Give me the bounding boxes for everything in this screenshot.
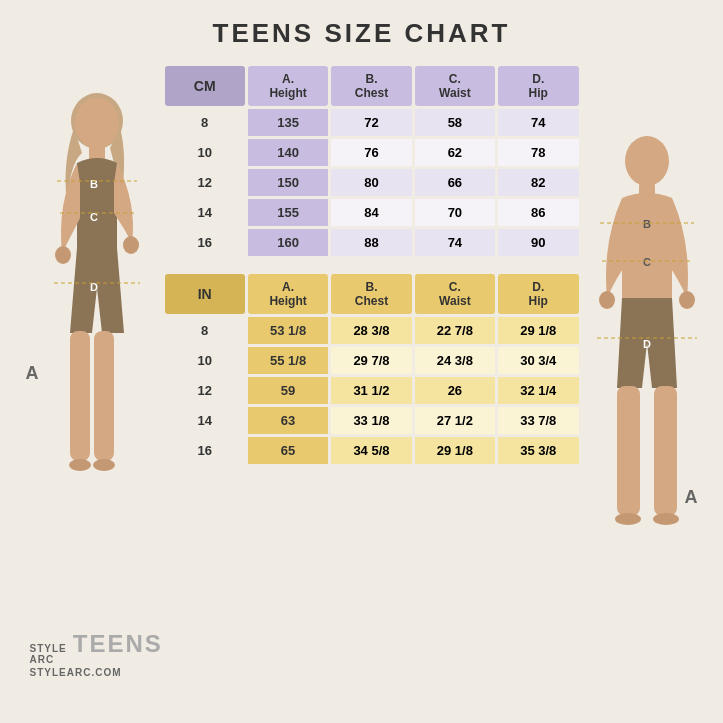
height-cell: 150 xyxy=(248,169,328,196)
boy-figure: B C D xyxy=(592,123,702,683)
in-header-height: A.Height xyxy=(248,274,328,314)
waist-cell: 26 xyxy=(415,377,495,404)
cm-header-hip: D.Hip xyxy=(498,66,578,106)
in-header-hip: D.Hip xyxy=(498,274,578,314)
height-cell: 135 xyxy=(248,109,328,136)
svg-point-15 xyxy=(625,136,669,186)
brand-teens-label: TEENS xyxy=(73,630,163,658)
content-area: A B C D xyxy=(22,63,702,683)
svg-text:B: B xyxy=(643,218,651,230)
table-row: 14 63 33 1/8 27 1/2 33 7/8 xyxy=(165,407,579,434)
table-row: 10 55 1/8 29 7/8 24 3/8 30 3/4 xyxy=(165,347,579,374)
cm-header-chest: B.Chest xyxy=(331,66,411,106)
size-cell: 16 xyxy=(165,229,245,256)
table-row: 8 135 72 58 74 xyxy=(165,109,579,136)
chest-cell: 31 1/2 xyxy=(331,377,411,404)
chest-cell: 33 1/8 xyxy=(331,407,411,434)
cm-header-waist: C.Waist xyxy=(415,66,495,106)
in-unit-header: IN xyxy=(165,274,245,314)
svg-rect-20 xyxy=(617,386,640,516)
hip-cell: 32 1/4 xyxy=(498,377,578,404)
size-cell: 14 xyxy=(165,199,245,226)
size-cell: 12 xyxy=(165,169,245,196)
chest-cell: 88 xyxy=(331,229,411,256)
height-cell: 155 xyxy=(248,199,328,226)
height-cell: 63 xyxy=(248,407,328,434)
chest-cell: 28 3/8 xyxy=(331,317,411,344)
chest-cell: 72 xyxy=(331,109,411,136)
size-cell: 8 xyxy=(165,317,245,344)
waist-cell: 29 1/8 xyxy=(415,437,495,464)
waist-cell: 74 xyxy=(415,229,495,256)
svg-point-25 xyxy=(679,291,695,309)
brand-style-arc: STYLEARC TEENS xyxy=(30,630,163,665)
waist-cell: 22 7/8 xyxy=(415,317,495,344)
in-table: IN A.Height B.Chest C.Waist D.Hip 8 53 1… xyxy=(162,271,582,467)
size-cell: 10 xyxy=(165,139,245,166)
brand-url: STYLEARC.COM xyxy=(30,667,163,678)
height-cell: 53 1/8 xyxy=(248,317,328,344)
chest-cell: 34 5/8 xyxy=(331,437,411,464)
svg-point-24 xyxy=(599,291,615,309)
svg-point-8 xyxy=(69,459,91,471)
hip-cell: 78 xyxy=(498,139,578,166)
size-cell: 10 xyxy=(165,347,245,374)
page-title: TEENS SIZE CHART xyxy=(213,18,511,49)
height-cell: 160 xyxy=(248,229,328,256)
svg-point-2 xyxy=(75,98,119,148)
svg-rect-6 xyxy=(70,331,90,461)
waist-cell: 66 xyxy=(415,169,495,196)
in-header-chest: B.Chest xyxy=(331,274,411,314)
table-row: 12 59 31 1/2 26 32 1/4 xyxy=(165,377,579,404)
hip-cell: 74 xyxy=(498,109,578,136)
page: TEENS SIZE CHART A B C xyxy=(0,0,723,723)
height-cell: 59 xyxy=(248,377,328,404)
chest-cell: 80 xyxy=(331,169,411,196)
svg-rect-21 xyxy=(654,386,677,516)
hip-cell: 90 xyxy=(498,229,578,256)
hip-cell: 82 xyxy=(498,169,578,196)
brand-area: STYLEARC TEENS STYLEARC.COM xyxy=(30,630,163,678)
table-row: 14 155 84 70 86 xyxy=(165,199,579,226)
cm-unit-header: CM xyxy=(165,66,245,106)
right-figure-area: A B C D xyxy=(582,63,702,683)
chest-cell: 84 xyxy=(331,199,411,226)
waist-cell: 24 3/8 xyxy=(415,347,495,374)
waist-cell: 27 1/2 xyxy=(415,407,495,434)
cm-table: CM A.Height B.Chest C.Waist D.Hip 8 135 … xyxy=(162,63,582,259)
chest-cell: 29 7/8 xyxy=(331,347,411,374)
height-cell: 65 xyxy=(248,437,328,464)
table-row: 12 150 80 66 82 xyxy=(165,169,579,196)
height-cell: 140 xyxy=(248,139,328,166)
in-header-waist: C.Waist xyxy=(415,274,495,314)
svg-rect-7 xyxy=(94,331,114,461)
hip-cell: 30 3/4 xyxy=(498,347,578,374)
center-tables: CM A.Height B.Chest C.Waist D.Hip 8 135 … xyxy=(162,63,582,467)
svg-text:D: D xyxy=(643,338,651,350)
size-cell: 14 xyxy=(165,407,245,434)
chest-cell: 76 xyxy=(331,139,411,166)
cm-header-height: A.Height xyxy=(248,66,328,106)
svg-point-11 xyxy=(123,236,139,254)
girl-figure: B C D xyxy=(32,73,152,653)
hip-cell: 86 xyxy=(498,199,578,226)
svg-text:B: B xyxy=(90,178,98,190)
left-figure-area: A B C D xyxy=(22,63,162,683)
table-row: 8 53 1/8 28 3/8 22 7/8 29 1/8 xyxy=(165,317,579,344)
hip-cell: 29 1/8 xyxy=(498,317,578,344)
svg-point-22 xyxy=(615,513,641,525)
table-row: 16 160 88 74 90 xyxy=(165,229,579,256)
svg-point-10 xyxy=(55,246,71,264)
table-row: 10 140 76 62 78 xyxy=(165,139,579,166)
size-cell: 8 xyxy=(165,109,245,136)
svg-point-9 xyxy=(93,459,115,471)
waist-cell: 58 xyxy=(415,109,495,136)
hip-cell: 33 7/8 xyxy=(498,407,578,434)
waist-cell: 70 xyxy=(415,199,495,226)
waist-cell: 62 xyxy=(415,139,495,166)
table-row: 16 65 34 5/8 29 1/8 35 3/8 xyxy=(165,437,579,464)
size-cell: 12 xyxy=(165,377,245,404)
height-cell: 55 1/8 xyxy=(248,347,328,374)
size-cell: 16 xyxy=(165,437,245,464)
svg-point-23 xyxy=(653,513,679,525)
